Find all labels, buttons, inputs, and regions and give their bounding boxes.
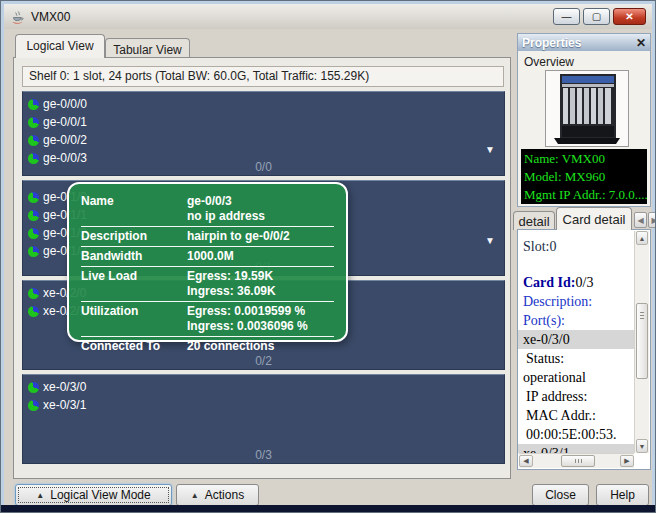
device-summary: Name: VMX00 Model: MX960 Mgmt IP Addr.: … bbox=[521, 149, 647, 204]
content-area: Logical View Tabular View Shelf 0: 1 slo… bbox=[4, 29, 652, 505]
properties-panel: Properties ✕ Overview bbox=[517, 33, 651, 207]
logical-view-mode-button[interactable]: ▲ Logical View Mode bbox=[15, 484, 172, 506]
help-button[interactable]: Help bbox=[596, 484, 649, 506]
port-status-icon bbox=[28, 135, 39, 146]
close-button[interactable]: Close bbox=[532, 484, 589, 506]
panel-label: 0/3 bbox=[23, 448, 504, 462]
port-row[interactable]: ge-0/0/1 bbox=[23, 113, 504, 131]
tab-logical-view[interactable]: Logical View bbox=[15, 34, 105, 58]
panel-label: 0/0 bbox=[23, 160, 504, 174]
tooltip-field-label: Utilization bbox=[81, 304, 187, 334]
chevron-up-icon: ▲ bbox=[191, 491, 199, 500]
tooltip-field-label: Description bbox=[81, 229, 187, 244]
card-panel-0-3[interactable]: xe-0/3/0 xe-0/3/1 0/3 bbox=[22, 374, 505, 464]
tooltip-row: Connected To 20 connections bbox=[81, 337, 334, 356]
port-entry[interactable]: xe-0/3/1 bbox=[518, 444, 634, 453]
port-status-icon bbox=[28, 117, 39, 128]
horizontal-scrollbar-thumb[interactable] bbox=[561, 455, 595, 467]
logical-view-mode-label: Logical View Mode bbox=[50, 488, 151, 502]
close-icon: ✕ bbox=[625, 11, 633, 22]
tooltip-value: 1000.0M bbox=[187, 249, 234, 264]
tooltip-value: Egress: 19.59K bbox=[187, 269, 276, 284]
port-status-icon bbox=[28, 382, 39, 393]
minimize-button[interactable]: — bbox=[553, 8, 580, 25]
spacer bbox=[518, 256, 634, 273]
description-label: Description: bbox=[518, 292, 634, 311]
port-label: xe-0/3/1 bbox=[43, 398, 86, 412]
scroll-down-button[interactable]: ▼ bbox=[636, 439, 648, 453]
tab-scroll-left-button[interactable]: ◀ bbox=[634, 212, 647, 228]
port-status-icon bbox=[28, 306, 39, 317]
chevron-right-icon: ▶ bbox=[651, 216, 656, 225]
chevron-up-icon: ▲ bbox=[36, 491, 44, 500]
tooltip-field-label: Connected To bbox=[81, 339, 187, 354]
tooltip-value: 20 connections bbox=[187, 339, 274, 354]
tooltip-field-label: Bandwidth bbox=[81, 249, 187, 264]
tab-card-detail[interactable]: Card detail bbox=[556, 207, 632, 230]
tooltip-row: Live Load Egress: 19.59KIngress: 36.09K bbox=[81, 267, 334, 302]
card-panel-0-0[interactable]: ge-0/0/0 ge-0/0/1 ge-0/0/2 ge-0/0/3 ▼ 0/… bbox=[22, 91, 505, 176]
port-row[interactable]: xe-0/3/1 bbox=[23, 396, 504, 414]
port-label: ge-0/0/2 bbox=[43, 133, 87, 147]
device-model-line: Model: MX960 bbox=[524, 168, 644, 186]
tab-shelf-detail[interactable]: detail bbox=[513, 211, 555, 230]
card-id-label: Card Id: bbox=[523, 275, 576, 290]
tooltip-field-label: Name bbox=[81, 194, 187, 224]
port-label: ge-0/0/0 bbox=[43, 97, 87, 111]
tab-tabular-view[interactable]: Tabular View bbox=[105, 38, 190, 58]
port-row[interactable]: xe-0/3/0 bbox=[23, 378, 504, 396]
port-label: xe-0/3/0 bbox=[43, 380, 86, 394]
card-detail-panel: Slot:0 Card Id:0/3 Description: Port(s):… bbox=[517, 229, 651, 470]
horizontal-scrollbar[interactable]: ◀ ▶ bbox=[519, 453, 634, 468]
titlebar[interactable]: VMX00 — ▢ ✕ bbox=[4, 4, 652, 29]
port-status-icon bbox=[28, 228, 39, 239]
port-row[interactable]: ge-0/0/2 bbox=[23, 131, 504, 149]
tooltip-value: Ingress: 36.09K bbox=[187, 284, 276, 299]
close-window-button[interactable]: ✕ bbox=[613, 8, 646, 25]
scroll-up-button[interactable]: ▲ bbox=[636, 231, 648, 245]
scroll-down-icon: ▼ bbox=[639, 443, 646, 450]
chevron-down-icon[interactable]: ▼ bbox=[485, 144, 495, 155]
thumb-grip bbox=[575, 459, 583, 463]
window-title: VMX00 bbox=[31, 10, 550, 24]
help-button-label: Help bbox=[610, 488, 635, 502]
close-panel-icon[interactable]: ✕ bbox=[636, 36, 646, 50]
slot-line: Slot:0 bbox=[518, 237, 634, 256]
window-bottom-edge bbox=[1, 505, 655, 512]
chevron-down-icon[interactable]: ▼ bbox=[485, 235, 495, 246]
tooltip-row: Utilization Egress: 0.0019599 %Ingress: … bbox=[81, 302, 334, 337]
scroll-right-icon: ▶ bbox=[624, 457, 629, 465]
port-entry-selected[interactable]: xe-0/3/0 bbox=[518, 330, 634, 349]
port-status-icon bbox=[28, 192, 39, 203]
ip-address-label: IP address: bbox=[518, 387, 634, 406]
app-window: VMX00 — ▢ ✕ Logical View Tabular View Sh… bbox=[0, 0, 656, 513]
overview-label: Overview bbox=[524, 55, 574, 69]
port-label: ge-0/0/1 bbox=[43, 115, 87, 129]
scroll-left-button[interactable]: ◀ bbox=[519, 455, 533, 467]
tooltip-value: Ingress: 0.0036096 % bbox=[187, 319, 308, 334]
port-status-icon bbox=[28, 288, 39, 299]
properties-title: Properties bbox=[522, 36, 636, 50]
vertical-scrollbar-thumb[interactable] bbox=[636, 303, 648, 379]
close-button-label: Close bbox=[545, 488, 576, 502]
tooltip-value: ge-0/0/3 bbox=[187, 194, 265, 209]
logical-view-panel: Shelf 0: 1 slot, 24 ports (Total BW: 60.… bbox=[13, 57, 511, 479]
panel-label: 0/2 bbox=[23, 354, 504, 368]
card-detail-content: Slot:0 Card Id:0/3 Description: Port(s):… bbox=[518, 230, 634, 453]
card-id-value: 0/3 bbox=[576, 275, 594, 290]
thumb-grip bbox=[640, 312, 644, 320]
tooltip-row: Bandwidth 1000.0M bbox=[81, 247, 334, 267]
port-status-icon bbox=[28, 246, 39, 257]
java-app-icon bbox=[10, 9, 25, 24]
port-row[interactable]: ge-0/0/0 bbox=[23, 95, 504, 113]
router-chassis-image bbox=[545, 70, 629, 147]
status-label: Status: bbox=[518, 349, 634, 368]
device-name-line: Name: VMX00 bbox=[524, 150, 644, 168]
vertical-scrollbar[interactable]: ▲ ▼ bbox=[634, 231, 649, 453]
actions-button[interactable]: ▲ Actions bbox=[176, 484, 259, 506]
scroll-right-button[interactable]: ▶ bbox=[620, 455, 634, 467]
tooltip-row: Name ge-0/0/3no ip address bbox=[81, 192, 334, 227]
tab-scroll-right-button[interactable]: ▶ bbox=[648, 212, 656, 228]
maximize-button[interactable]: ▢ bbox=[583, 8, 610, 25]
port-status-icon bbox=[28, 400, 39, 411]
